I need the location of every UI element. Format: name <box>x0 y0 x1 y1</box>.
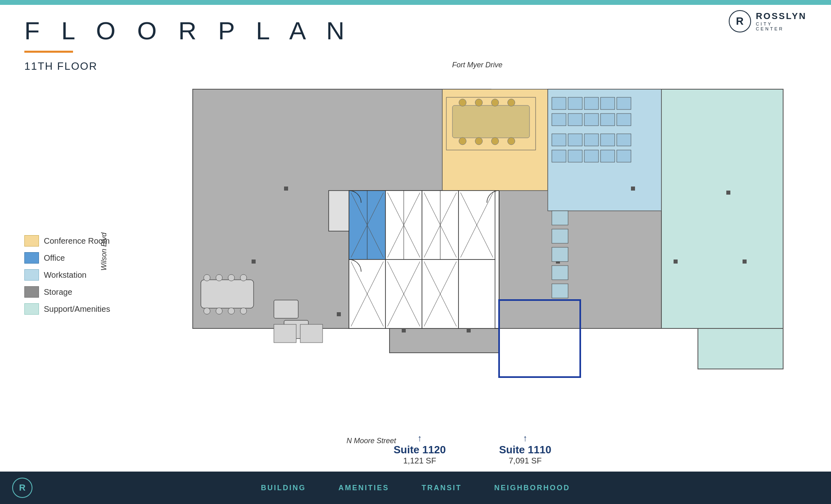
svg-rect-77 <box>402 328 406 332</box>
svg-point-68 <box>508 99 515 106</box>
svg-rect-48 <box>552 114 566 126</box>
svg-rect-46 <box>601 97 615 109</box>
svg-rect-82 <box>726 191 730 195</box>
svg-rect-84 <box>552 211 568 225</box>
page-header: F L O O R P L A N 11TH FLOOR <box>24 8 807 73</box>
legend-item-office: Office <box>24 252 110 264</box>
svg-rect-64 <box>452 105 530 138</box>
svg-rect-56 <box>601 134 615 146</box>
legend: Conference Room Office Workstation Stora… <box>24 235 110 320</box>
svg-rect-80 <box>631 187 635 191</box>
svg-rect-53 <box>552 134 566 146</box>
svg-point-33 <box>204 275 210 281</box>
suite-1120-name: Suite 1120 <box>394 444 446 456</box>
nav-transit[interactable]: TRANSIT <box>422 484 462 492</box>
legend-swatch-support-amenities <box>24 303 39 315</box>
page-title: F L O O R P L A N <box>24 16 807 45</box>
legend-label-storage: Storage <box>44 287 72 297</box>
svg-point-40 <box>240 308 247 314</box>
svg-rect-13 <box>459 260 495 328</box>
bottom-logo: R <box>12 478 32 498</box>
svg-rect-83 <box>743 260 747 264</box>
svg-rect-86 <box>552 247 568 262</box>
svg-rect-76 <box>337 312 341 316</box>
svg-rect-49 <box>568 114 582 126</box>
svg-point-71 <box>491 137 499 145</box>
legend-item-storage: Storage <box>24 286 110 298</box>
street-label-north: Fort Myer Drive <box>452 61 502 69</box>
svg-point-69 <box>459 137 466 145</box>
svg-point-39 <box>228 308 235 314</box>
svg-rect-31 <box>329 191 349 231</box>
svg-rect-59 <box>568 150 582 162</box>
title-underline <box>24 51 73 53</box>
svg-rect-58 <box>552 150 566 162</box>
floorplan-svg <box>110 69 803 434</box>
svg-rect-87 <box>552 266 568 280</box>
legend-swatch-workstation <box>24 269 39 281</box>
svg-point-36 <box>240 275 247 281</box>
street-label-west: Wilson Blvd <box>100 233 108 271</box>
suite-1110-sf: 7,091 SF <box>499 456 551 465</box>
svg-rect-62 <box>617 150 631 162</box>
svg-rect-74 <box>284 187 288 191</box>
svg-point-35 <box>228 275 235 281</box>
svg-rect-41 <box>274 300 298 318</box>
svg-rect-60 <box>584 150 598 162</box>
svg-rect-61 <box>601 150 615 162</box>
svg-rect-55 <box>584 134 598 146</box>
floorplan-container: Fort Myer Drive N Moore Street Wilson Bl… <box>110 69 815 468</box>
nav-neighborhood[interactable]: NEIGHBORHOOD <box>494 484 570 492</box>
svg-rect-32 <box>201 280 254 308</box>
legend-item-support-amenities: Support/Amenities <box>24 303 110 315</box>
svg-point-70 <box>475 137 482 145</box>
svg-rect-45 <box>584 97 598 109</box>
svg-point-66 <box>475 99 482 106</box>
svg-point-34 <box>216 275 222 281</box>
legend-swatch-conference-room <box>24 235 39 247</box>
nav-amenities[interactable]: AMENITIES <box>338 484 389 492</box>
svg-point-65 <box>459 99 466 106</box>
legend-swatch-storage <box>24 286 39 298</box>
street-label-south: N Moore Street <box>347 437 396 445</box>
svg-rect-81 <box>674 260 678 264</box>
top-accent-bar <box>0 0 831 5</box>
suite-1120-label: ↑ Suite 1120 1,121 SF <box>394 433 446 465</box>
legend-item-workstation: Workstation <box>24 269 110 281</box>
legend-item-conference-room: Conference Room <box>24 235 110 247</box>
bottom-nav: R BUILDING AMENITIES TRANSIT NEIGHBORHOO… <box>0 472 831 504</box>
legend-label-workstation: Workstation <box>44 270 86 280</box>
svg-rect-75 <box>252 260 256 264</box>
svg-point-37 <box>204 308 210 314</box>
suite-1110-label: ↑ Suite 1110 7,091 SF <box>499 433 551 465</box>
svg-rect-90 <box>300 324 323 343</box>
svg-point-72 <box>508 137 515 145</box>
svg-rect-43 <box>552 97 566 109</box>
svg-rect-1 <box>661 89 783 328</box>
svg-rect-78 <box>467 328 471 332</box>
svg-point-67 <box>491 99 499 106</box>
legend-label-support-amenities: Support/Amenities <box>44 305 110 314</box>
legend-label-office: Office <box>44 253 65 263</box>
svg-rect-85 <box>552 229 568 243</box>
nav-building[interactable]: BUILDING <box>261 484 306 492</box>
svg-rect-44 <box>568 97 582 109</box>
legend-swatch-office <box>24 252 39 264</box>
suite-1120-sf: 1,121 SF <box>394 456 446 465</box>
svg-rect-89 <box>274 324 296 343</box>
svg-rect-47 <box>617 97 631 109</box>
suite-1110-name: Suite 1110 <box>499 444 551 456</box>
svg-rect-50 <box>584 114 598 126</box>
svg-rect-54 <box>568 134 582 146</box>
svg-point-38 <box>216 308 222 314</box>
svg-rect-52 <box>617 114 631 126</box>
svg-rect-2 <box>698 328 783 369</box>
svg-rect-57 <box>617 134 631 146</box>
svg-rect-51 <box>601 114 615 126</box>
svg-rect-88 <box>552 284 568 298</box>
